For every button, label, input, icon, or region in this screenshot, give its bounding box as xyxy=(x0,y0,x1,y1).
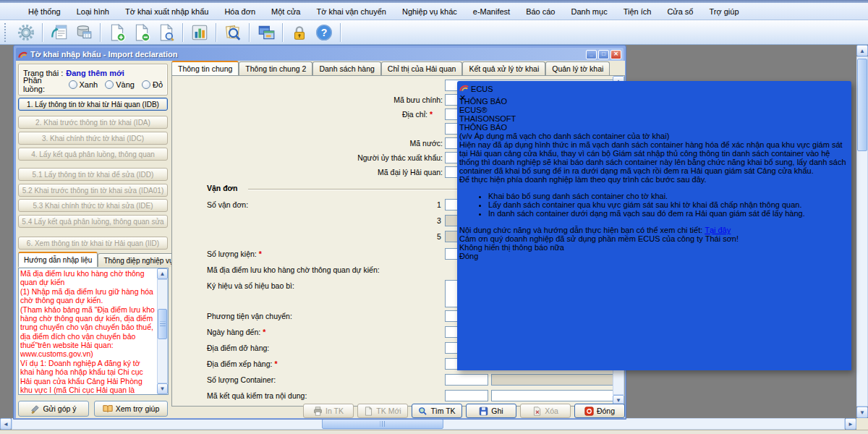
status-value: Đang thêm mới xyxy=(66,69,124,77)
power-close-icon xyxy=(584,407,594,416)
step-button-3[interactable]: 3. Khai chính thức tờ khai (IDC) xyxy=(18,132,168,145)
notice-paragraph: Để thực hiện phía doanh nghiệp làm theo … xyxy=(459,175,849,184)
radio-icon[interactable] xyxy=(142,80,150,89)
tab-general-info-2[interactable]: Thông tin chung 2 xyxy=(239,61,312,75)
scroll-up-icon[interactable]: ▲ xyxy=(157,268,168,279)
mdi-horizontal-scrollbar[interactable]: ◄ ► xyxy=(0,418,856,430)
container-qty-input[interactable] xyxy=(445,374,488,386)
save-floppy-icon xyxy=(479,407,488,416)
step-button-4[interactable]: 4. Lấy kết quả phân luồng, thông quan xyxy=(18,148,168,161)
bullet-item: Khai báo bổ sung danh sách container cho… xyxy=(488,192,849,200)
unload-place-label: Địa điểm dỡ hàng: xyxy=(207,344,269,354)
inspection-name-input[interactable] xyxy=(491,390,625,401)
notice-heading: THÔNG BÁO xyxy=(459,123,849,132)
print-declaration-button[interactable]: In TK xyxy=(303,404,354,418)
dont-show-again-label: Không hiển thị thông báo nữa xyxy=(459,243,564,252)
step-button-2[interactable]: 2. Khai trước thông tin tờ khai (IDA) xyxy=(18,116,168,129)
dialog-bottom-bar: Không hiển thị thông báo nữa Đóng xyxy=(459,243,849,260)
ecus-logo: ECUS® THAISONSOFT xyxy=(459,106,849,123)
address-label: Địa chỉ:* xyxy=(216,110,433,120)
banner-title: THÔNG BÁO xyxy=(459,97,507,106)
send-feedback-button[interactable]: Gửi góp ý xyxy=(18,401,89,417)
dialog-close-button[interactable]: Đóng xyxy=(459,252,849,260)
dialog-body: THÔNG BÁO (v/v Áp dụng mã vạch cho danh … xyxy=(459,123,849,243)
routing-label: Phân luồng: xyxy=(23,76,61,93)
load-place-label: Địa điểm xếp hàng:* xyxy=(207,359,278,370)
step-button-5-1[interactable]: 5.1 Lấy thông tin tờ khai để sửa (IDD) xyxy=(18,168,168,181)
help-book-icon xyxy=(103,404,113,413)
delete-button[interactable]: Xóa xyxy=(520,404,571,418)
input-guide-panel: Mã địa điểm lưu kho hàng chờ thông quan … xyxy=(18,268,169,395)
step-button-5-3[interactable]: 5.3 Khai chính thức tờ khai sửa (IDE) xyxy=(18,199,168,212)
status-box: Trạng thái : Đang thêm mới Phân luồng: X… xyxy=(18,64,168,95)
tab-general-info[interactable]: Thông tin chung xyxy=(171,61,239,75)
postal-code-label: Mã bưu chính: xyxy=(216,95,443,106)
magnifier-icon xyxy=(418,407,427,416)
tab-goods-list[interactable]: Danh sách hàng xyxy=(312,61,380,75)
dialog-titlebar[interactable]: ECUS ✕ xyxy=(459,83,849,97)
tab-input-guide[interactable]: Hướng dẫn nhập liệu xyxy=(18,252,98,267)
step-button-1[interactable]: 1. Lấy thông tin tờ khai từ Hải quan (ID… xyxy=(18,98,168,111)
detail-link[interactable]: Tại đây xyxy=(705,226,731,234)
inspection-code-input[interactable] xyxy=(445,390,488,401)
scroll-down-icon[interactable]: ▼ xyxy=(157,383,168,394)
delete-page-icon xyxy=(532,407,542,416)
window-title: Tờ khai nhập khẩu - Import declaration xyxy=(30,50,584,59)
scroll-right-icon[interactable]: ► xyxy=(845,418,856,430)
notice-paragraph: Hiện nay đã áp dụng hình thức in mã vạch… xyxy=(459,140,849,175)
radio-icon[interactable] xyxy=(105,80,114,89)
bill-number-label: Số vận đơn: xyxy=(207,200,248,210)
minimize-button[interactable]: _ xyxy=(586,50,597,59)
step-button-5-4[interactable]: 5.4 Lấy kết quả phân luồng, thông quan s… xyxy=(18,215,168,228)
footer-button-bar: In TK TK Mới Tìm TK Ghi Xóa Đóng xyxy=(303,404,625,418)
window-titlebar[interactable]: Tờ khai nhập khẩu - Import declaration _… xyxy=(16,48,624,61)
notice-subheading: (v/v Áp dụng mã vạch cho danh sách conta… xyxy=(459,132,849,140)
scrollbar-corner xyxy=(856,418,868,430)
view-help-button[interactable]: Xem trợ giúp xyxy=(94,401,168,417)
tab-declaration-management[interactable]: Quản lý tờ khai xyxy=(545,61,610,75)
help-scrollbar[interactable]: ▲ ▼ xyxy=(157,268,168,394)
dialog-title: ECUS xyxy=(471,85,493,93)
inspection-code-label: Mã kết quả kiểm tra nội dung: xyxy=(207,391,307,401)
new-page-icon xyxy=(364,407,373,416)
package-qty-label: Số lượng kiện:* xyxy=(207,250,262,260)
ecus-app-icon xyxy=(459,83,469,92)
tab-customs-directive[interactable]: Chỉ thị của Hải quan xyxy=(381,61,463,75)
help-tab-strip: Hướng dẫn nhập liệu Thông điệp nghiệp vụ xyxy=(18,253,179,267)
package-mark-label: Ký hiệu và số hiệu bao bì: xyxy=(207,281,294,292)
save-button[interactable]: Ghi xyxy=(466,404,516,418)
find-declaration-button[interactable]: Tìm TK xyxy=(412,404,462,418)
input-guide-text: Mã địa điểm lưu kho hàng chờ thông quan … xyxy=(19,268,157,394)
radio-icon[interactable] xyxy=(69,80,77,89)
bill-row-number: 3 xyxy=(437,216,441,226)
vehicle-label: Phương tiện vận chuyển: xyxy=(207,312,292,322)
routing-option-green[interactable]: Xanh xyxy=(69,80,98,89)
printer-icon xyxy=(313,407,323,416)
maximize-button[interactable]: □ xyxy=(598,50,609,59)
scroll-down-icon[interactable]: ▼ xyxy=(856,407,868,418)
notice-bullet-list: Khai báo bổ sung danh sách container cho… xyxy=(459,192,849,218)
close-button[interactable]: ✕ xyxy=(610,50,621,59)
step-button-6[interactable]: 6. Xem thông tin tờ khai từ Hải quan (II… xyxy=(18,237,168,250)
tab-processing-result[interactable]: Kết quả xử lý tờ khai xyxy=(462,61,545,75)
mdi-vertical-scrollbar[interactable]: ▲ ▼ xyxy=(856,45,868,418)
tab-business-message[interactable]: Thông điệp nghiệp vụ xyxy=(98,253,179,267)
routing-option-red[interactable]: Đỏ xyxy=(142,80,163,89)
bill-row-number: 1 xyxy=(437,200,441,210)
new-declaration-button[interactable]: TK Mới xyxy=(357,404,408,418)
bullet-item: Lấy danh sách container qua khu vực giám… xyxy=(488,200,849,209)
step-button-5-2[interactable]: 5.2 Khai trước thông tin tờ khai sửa (ID… xyxy=(18,184,168,197)
entrust-exporter-label: Người ủy thác xuất khẩu: xyxy=(201,153,443,163)
thanks-line: Cảm ơn quý doanh nghiệp đã sử dụng phần … xyxy=(459,234,849,243)
feedback-icon xyxy=(30,404,40,414)
main-tab-strip: Thông tin chung Thông tin chung 2 Danh s… xyxy=(171,61,610,75)
scroll-up-icon[interactable]: ▲ xyxy=(856,45,868,56)
scroll-left-icon[interactable]: ◄ xyxy=(0,418,12,430)
close-declaration-button[interactable]: Đóng xyxy=(574,404,625,418)
bullet-item: In danh sách container dưới dạng mã vạch… xyxy=(488,209,849,218)
container-qty-extra xyxy=(491,374,625,386)
ecus-app-icon xyxy=(18,50,27,59)
routing-option-yellow[interactable]: Vàng xyxy=(105,80,135,89)
country-code-label: Mã nước: xyxy=(216,139,443,149)
bill-row-number: 5 xyxy=(437,232,441,242)
